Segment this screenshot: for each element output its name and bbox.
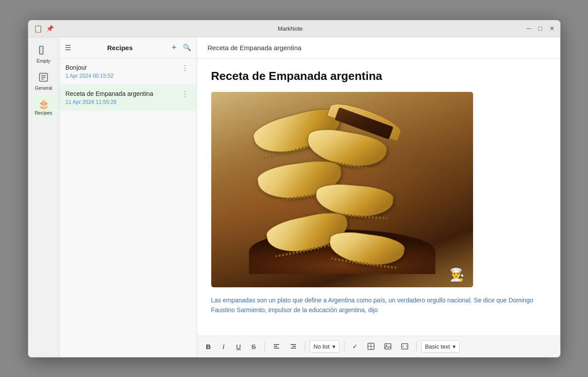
editor-header: Receta de Empanada argentina <box>197 37 560 59</box>
sidebar-item-general[interactable]: General <box>31 69 56 94</box>
note-list-title: Recipes <box>75 44 166 52</box>
toolbar-divider-1 <box>264 341 265 351</box>
sidebar-item-recipes[interactable]: 🎂 Recipes <box>31 96 56 119</box>
titlebar-left: 📋 📌 <box>34 24 54 33</box>
note-body: Las empanadas son un plato que define a … <box>211 295 546 315</box>
svg-point-17 <box>386 345 387 346</box>
pin-icon[interactable]: 📌 <box>46 25 54 32</box>
strikethrough-button[interactable]: S <box>248 340 260 353</box>
note-item-bonjour-date: 1 Apr 2024 00:15:52 <box>66 73 176 79</box>
italic-button[interactable]: I <box>217 340 230 353</box>
note-item-bonjour-content: Bonjour 1 Apr 2024 00:15:52 <box>66 64 176 79</box>
svg-rect-18 <box>402 344 408 349</box>
align-left-button[interactable] <box>269 340 284 353</box>
note-item-empanada-content: Receta de Empanada argentina 11 Apr 2024… <box>66 90 176 105</box>
empty-icon <box>39 45 48 56</box>
sidebar-item-empty-label: Empty <box>36 58 50 63</box>
note-item-bonjour[interactable]: Bonjour 1 Apr 2024 00:15:52 ⋮ <box>59 59 197 85</box>
recipes-icon: 🎂 <box>38 99 49 108</box>
minimize-button[interactable]: ─ <box>527 25 531 32</box>
svg-rect-16 <box>385 344 391 349</box>
sidebar-item-recipes-label: Recipes <box>35 110 52 115</box>
note-item-bonjour-title: Bonjour <box>66 64 176 71</box>
app-title: MarkNote <box>278 25 303 32</box>
empanadas-visual <box>231 105 453 274</box>
main-content: Empty General 🎂 Recipes ☰ Recipes + 🔍 <box>28 37 560 357</box>
sidebar-item-general-label: General <box>35 85 52 91</box>
toolbar-divider-3 <box>344 341 344 351</box>
empanada-filling <box>335 107 393 139</box>
note-item-empanada[interactable]: Receta de Empanada argentina 11 Apr 2024… <box>59 85 197 111</box>
note-title: Receta de Empanada argentina <box>211 69 546 83</box>
sidebar-item-empty[interactable]: Empty <box>31 42 56 67</box>
general-icon <box>39 72 48 83</box>
note-list-panel: ☰ Recipes + 🔍 Bonjour 1 Apr 2024 00:15:5… <box>59 37 197 357</box>
editor-panel: Receta de Empanada argentina Receta de E… <box>197 37 560 357</box>
search-button[interactable]: 🔍 <box>183 44 191 52</box>
editor-header-title: Receta de Empanada argentina <box>208 44 302 52</box>
editor-content[interactable]: Receta de Empanada argentina <box>197 59 560 336</box>
image-insert-button[interactable] <box>381 340 395 353</box>
note-image: 👨‍🍳 <box>211 92 473 287</box>
note-item-empanada-menu[interactable]: ⋮ <box>180 90 190 99</box>
align-right-button[interactable] <box>286 340 300 353</box>
app-icon: 📋 <box>34 24 43 33</box>
check-button[interactable]: ✓ <box>349 340 361 353</box>
add-note-button[interactable]: + <box>169 42 179 53</box>
note-item-bonjour-menu[interactable]: ⋮ <box>180 64 190 72</box>
text-style-value: Basic text <box>425 343 450 350</box>
note-list-header: ☰ Recipes + 🔍 <box>59 37 197 59</box>
titlebar: 📋 📌 MarkNote ─ □ ✕ <box>28 20 560 37</box>
text-style-arrow: ▾ <box>453 343 456 350</box>
maximize-button[interactable]: □ <box>538 25 542 32</box>
sidebar: Empty General 🎂 Recipes <box>28 37 59 357</box>
window-controls: ─ □ ✕ <box>527 25 554 32</box>
table-insert-button[interactable]: + <box>364 340 378 353</box>
list-select[interactable]: No list ▾ <box>310 340 339 353</box>
hamburger-button[interactable]: ☰ <box>65 44 71 52</box>
list-select-arrow: ▾ <box>332 343 335 350</box>
chef-hat-icon: 👨‍🍳 <box>450 269 465 281</box>
close-button[interactable]: ✕ <box>549 25 555 32</box>
toolbar-divider-2 <box>305 341 305 351</box>
text-style-select[interactable]: Basic text ▾ <box>421 340 460 353</box>
underline-button[interactable]: U <box>233 340 245 353</box>
code-button[interactable] <box>398 340 412 353</box>
note-item-empanada-date: 11 Apr 2024 11:55:29 <box>66 99 176 105</box>
svg-text:+: + <box>369 344 370 346</box>
svg-rect-1 <box>40 47 42 53</box>
bold-button[interactable]: B <box>202 340 215 353</box>
note-item-empanada-title: Receta de Empanada argentina <box>66 90 176 97</box>
list-select-value: No list <box>314 343 330 350</box>
editor-toolbar: B I U S No list ▾ ✓ + <box>197 336 560 357</box>
toolbar-divider-4 <box>416 341 417 351</box>
